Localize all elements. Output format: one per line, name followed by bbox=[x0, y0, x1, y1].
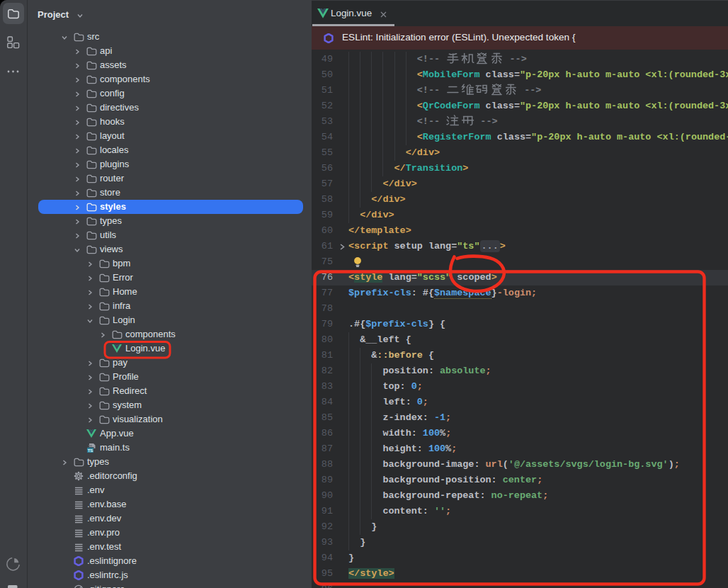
svg-text:TS: TS bbox=[88, 448, 93, 453]
